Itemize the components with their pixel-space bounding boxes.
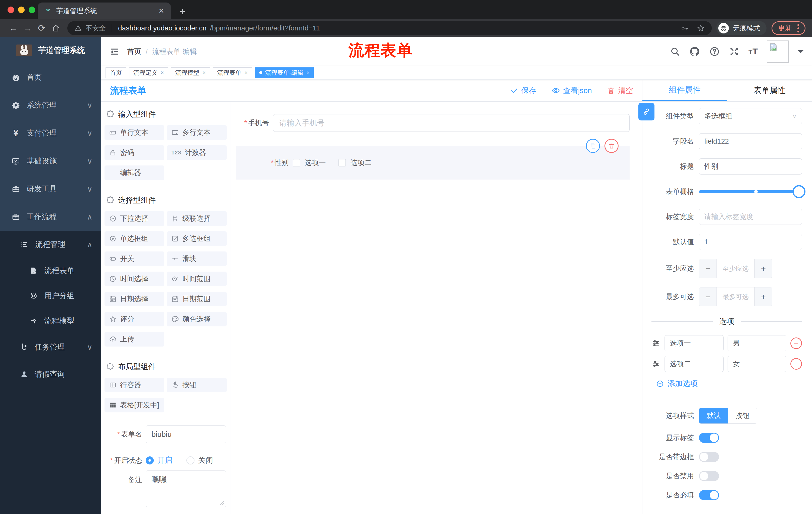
- slider-handle[interactable]: [792, 185, 806, 198]
- palette-item-color-picker[interactable]: 颜色选择: [167, 312, 227, 326]
- drag-handle-icon[interactable]: [651, 339, 661, 348]
- palette-item-table[interactable]: 表格[开发中]: [105, 398, 164, 412]
- close-window-button[interactable]: [7, 6, 14, 13]
- option-value-input[interactable]: 男: [728, 335, 787, 351]
- palette-item-date-range[interactable]: 日期范围: [167, 292, 227, 306]
- tag-close-icon[interactable]: ×: [307, 70, 310, 76]
- sidebar-item-user-group[interactable]: 用户分组: [0, 283, 101, 308]
- status-radio-off[interactable]: 关闭: [186, 455, 213, 465]
- gender-option-1[interactable]: 选项一: [293, 158, 326, 167]
- tag-close-icon[interactable]: ×: [161, 70, 164, 76]
- palette-item-time-range[interactable]: 时间范围: [167, 272, 227, 286]
- tab-component-props[interactable]: 组件属性: [642, 80, 727, 101]
- address-bar[interactable]: 不安全 dashboard.yudao.iocoder.cn/bpm/manag…: [67, 21, 712, 35]
- tag-process-form-edit[interactable]: 流程表单-编辑 ×: [255, 67, 314, 78]
- palette-item-upload[interactable]: 上传: [105, 332, 164, 347]
- tag-process-form[interactable]: 流程表单 ×: [213, 67, 252, 78]
- minimize-window-button[interactable]: [18, 6, 25, 13]
- sidebar-item-leave-query[interactable]: 请假查询: [0, 360, 101, 388]
- palette-item-select[interactable]: 下拉选择: [105, 211, 164, 226]
- border-toggle[interactable]: [699, 452, 719, 462]
- add-option-button[interactable]: 添加选项: [656, 378, 802, 389]
- sidebar-item-workflow[interactable]: 工作流程 ∧: [0, 203, 101, 231]
- avatar[interactable]: [767, 40, 789, 63]
- link-icon[interactable]: [638, 103, 655, 120]
- tab-form-props[interactable]: 表单属性: [727, 80, 812, 101]
- stepper-decrease-button[interactable]: −: [699, 288, 717, 306]
- browser-update-button[interactable]: 更新: [772, 21, 806, 35]
- checkbox-icon[interactable]: [293, 159, 300, 166]
- tag-close-icon[interactable]: ×: [244, 70, 248, 76]
- option-label-input[interactable]: 选项二: [665, 356, 724, 372]
- checkbox-icon[interactable]: [339, 159, 346, 166]
- tag-process-model[interactable]: 流程模型 ×: [171, 67, 210, 78]
- palette-item-editor[interactable]: 编辑器: [105, 165, 164, 180]
- palette-item-single-text[interactable]: 单行文本: [105, 125, 164, 140]
- sidebar-item-payment[interactable]: ¥ 支付管理 ∨: [0, 119, 101, 147]
- palette-item-cascader[interactable]: 级联选择: [167, 211, 227, 226]
- sidebar-item-home[interactable]: 首页: [0, 63, 101, 91]
- sidebar-item-process-form[interactable]: 流程表单: [0, 258, 101, 283]
- tag-process-definition[interactable]: 流程定义 ×: [129, 67, 168, 78]
- title-input[interactable]: 性别: [699, 158, 802, 174]
- help-icon[interactable]: [709, 46, 720, 57]
- palette-item-slider[interactable]: 滑块: [167, 251, 227, 266]
- sidebar-item-task-mgmt[interactable]: 任务管理 ∨: [0, 333, 101, 360]
- save-button[interactable]: 保存: [510, 85, 536, 96]
- palette-item-switch[interactable]: 开关: [105, 251, 164, 266]
- grid-slider[interactable]: [699, 184, 800, 200]
- remark-textarea[interactable]: 嘿嘿: [146, 470, 226, 507]
- disabled-toggle[interactable]: [699, 471, 719, 481]
- max-select-input[interactable]: 最多可选: [717, 288, 754, 306]
- security-label[interactable]: 不安全: [85, 24, 106, 33]
- status-radio-on[interactable]: 开启: [146, 455, 172, 465]
- copy-component-button[interactable]: [586, 139, 600, 153]
- palette-item-radio-group[interactable]: 单选框组: [105, 231, 164, 246]
- style-default-button[interactable]: 默认: [699, 408, 728, 424]
- sidebar-item-infra[interactable]: 基础设施 ∨: [0, 147, 101, 175]
- required-toggle[interactable]: [699, 490, 719, 500]
- option-value-input[interactable]: 女: [728, 356, 787, 372]
- github-icon[interactable]: [689, 46, 700, 57]
- stepper-decrease-button[interactable]: −: [699, 259, 717, 278]
- bookmark-star-icon[interactable]: [697, 24, 705, 32]
- tag-close-icon[interactable]: ×: [203, 70, 206, 76]
- tag-home[interactable]: 首页: [106, 67, 126, 78]
- field-name-input[interactable]: field122: [699, 133, 802, 150]
- palette-item-password[interactable]: 密码: [105, 145, 164, 160]
- window-controls[interactable]: [7, 6, 35, 13]
- caret-down-icon[interactable]: [798, 50, 804, 56]
- gender-option-2[interactable]: 选项二: [339, 158, 372, 167]
- key-icon[interactable]: [680, 24, 689, 32]
- palette-item-row-container[interactable]: 行容器: [105, 378, 164, 392]
- drag-handle-icon[interactable]: [651, 359, 661, 369]
- resize-handle[interactable]: [220, 501, 224, 506]
- font-size-icon[interactable]: тT: [749, 47, 758, 56]
- min-select-input[interactable]: 至少应选: [717, 259, 754, 278]
- show-label-toggle[interactable]: [699, 433, 719, 443]
- option-label-input[interactable]: 选项一: [665, 335, 724, 351]
- phone-input[interactable]: 请输入手机号: [273, 114, 630, 132]
- sidebar-item-system[interactable]: 系统管理 ∨: [0, 91, 101, 119]
- default-value-input[interactable]: 1: [699, 234, 802, 250]
- home-icon[interactable]: [49, 23, 63, 33]
- clear-button[interactable]: 清空: [607, 85, 633, 96]
- palette-item-date-picker[interactable]: 日期选择: [105, 292, 164, 306]
- back-icon[interactable]: ←: [6, 23, 21, 33]
- palette-item-time-picker[interactable]: 时间选择: [105, 272, 164, 286]
- forward-icon[interactable]: →: [21, 23, 35, 33]
- stepper-increase-button[interactable]: +: [754, 288, 772, 306]
- reload-icon[interactable]: ⟳: [35, 23, 49, 33]
- canvas-field-gender-selected[interactable]: *性别 选项一 选项二: [236, 146, 630, 180]
- delete-component-button[interactable]: [605, 139, 618, 153]
- breadcrumb-home[interactable]: 首页: [127, 47, 141, 56]
- palette-item-multi-text[interactable]: 多行文本: [167, 125, 227, 140]
- tab-close-icon[interactable]: ✕: [158, 7, 164, 15]
- stepper-increase-button[interactable]: +: [754, 259, 772, 278]
- form-canvas[interactable]: *手机号 请输入手机号: [230, 102, 642, 514]
- sidebar-item-process-model[interactable]: 流程模型: [0, 308, 101, 333]
- palette-item-checkbox-group[interactable]: 多选框组: [167, 231, 227, 246]
- palette-item-counter[interactable]: 123 计数器: [167, 145, 227, 160]
- palette-item-rate[interactable]: 评分: [105, 312, 164, 326]
- label-width-input[interactable]: 请输入标签宽度: [699, 209, 802, 225]
